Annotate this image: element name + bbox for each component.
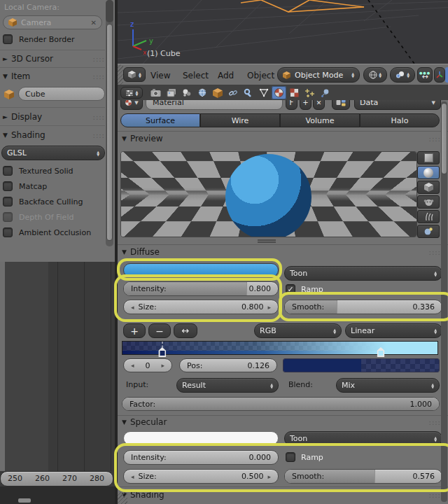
panel-resize-handle[interactable] [258, 239, 276, 243]
specular-shader-dropdown[interactable]: Toon [284, 431, 442, 446]
panel-header-specular[interactable]: ▼ Specular [122, 417, 441, 427]
ramp-input-dropdown[interactable]: Result [176, 378, 279, 393]
diffuse-smooth-slider[interactable]: Smooth: 0.336 [284, 300, 442, 314]
tab-modifiers[interactable] [241, 86, 255, 99]
scrollbar-thumb[interactable] [106, 24, 113, 241]
scrollbar-thumb[interactable] [441, 103, 447, 174]
grip-icon[interactable] [429, 491, 441, 499]
glsl-dropdown[interactable]: GLSL [1, 146, 105, 160]
ramp-color-mode-dropdown[interactable]: RGB [254, 323, 342, 338]
ramp-flip-button[interactable]: ↔ [174, 323, 197, 338]
ramp-stop-handle[interactable] [158, 347, 166, 357]
ramp-add-button[interactable]: + [123, 323, 146, 338]
decrement-arrow-icon[interactable]: ◂ [131, 304, 134, 311]
tab-world[interactable] [195, 86, 209, 99]
grip-icon[interactable] [93, 113, 105, 121]
grip-icon[interactable] [93, 132, 105, 139]
manipulator-button[interactable] [434, 67, 445, 83]
pivot-point-dropdown[interactable] [390, 67, 415, 83]
translate-toggle-button[interactable] [445, 67, 448, 83]
diffuse-shader-dropdown[interactable]: Toon [284, 266, 442, 281]
panel-header-item[interactable]: ▼ Item [3, 71, 105, 81]
tab-material[interactable] [272, 86, 286, 99]
panel-header-diffuse[interactable]: ▼ Diffuse [122, 247, 441, 257]
panel-header-preview[interactable]: ▼ Preview [122, 134, 441, 144]
checkbox-row[interactable]: Depth Of Field [3, 212, 74, 222]
specular-smooth-slider[interactable]: Smooth: 0.576 [284, 469, 442, 484]
diffuse-size-field[interactable]: ◂ Size: 0.800 ▸ [123, 300, 279, 314]
diffuse-intensity-slider[interactable]: Intensity: 0.800 [123, 281, 279, 296]
render-border-row[interactable]: Render Border [3, 34, 75, 44]
checkbox-row[interactable]: Ambient Occlusion [3, 227, 91, 237]
timeline-scrollbar[interactable]: 250 260 270 280 [0, 471, 113, 486]
checkbox-row[interactable]: Matcap [3, 181, 47, 191]
tab-halo[interactable]: Halo [360, 113, 440, 127]
grip-icon[interactable] [93, 73, 105, 80]
increment-arrow-icon[interactable]: ▸ [161, 362, 164, 369]
tab-volume[interactable]: Volume [280, 113, 360, 127]
ramp-interpolation-dropdown[interactable]: Linear [345, 323, 442, 338]
ramp-stop-handle[interactable] [377, 347, 385, 357]
specular-ramp-row[interactable]: Ramp [286, 452, 323, 462]
object-name-field[interactable]: Cube [18, 87, 105, 101]
tab-wire[interactable]: Wire [200, 113, 280, 127]
decrement-arrow-icon[interactable]: ◂ [131, 473, 134, 480]
tab-surface[interactable]: Surface [120, 113, 200, 127]
viewport-3d[interactable]: z y x (1) Cube [118, 0, 448, 64]
ramp-position-field[interactable]: Pos: 0.126 [179, 358, 277, 372]
new-material-button[interactable]: + [300, 100, 312, 110]
fake-user-button[interactable]: F [286, 100, 298, 110]
grip-icon[interactable] [93, 55, 105, 63]
ramp-factor-slider[interactable]: Factor: 1.000 [122, 397, 440, 411]
tab-texture[interactable] [287, 86, 302, 99]
corner-drag-handle[interactable] [118, 64, 123, 85]
preview-type-hair-button[interactable] [417, 210, 440, 223]
textured-solid-checkbox[interactable] [3, 166, 13, 176]
grip-icon[interactable] [429, 248, 441, 256]
data-dropdown[interactable]: Data ▼ [354, 100, 441, 110]
depth-of-field-checkbox[interactable] [3, 212, 13, 222]
tab-object-data[interactable] [256, 86, 271, 99]
preview-type-monkey-button[interactable] [417, 195, 440, 209]
checkbox-row[interactable]: Backface Culling [3, 197, 83, 206]
matcap-checkbox[interactable] [3, 181, 13, 191]
ramp-index-stepper[interactable]: ◂ 0 ▸ [123, 358, 172, 372]
tab-physics[interactable] [318, 86, 332, 99]
ramp-stop-color-swatch[interactable] [283, 358, 440, 372]
ramp-delete-button[interactable]: − [148, 323, 171, 338]
grip-icon[interactable] [429, 419, 441, 426]
camera-field[interactable]: Camera ✕ [3, 15, 102, 29]
unlink-material-button[interactable]: ✕ [313, 100, 325, 110]
ambient-occlusion-checkbox[interactable] [3, 227, 13, 237]
material-name-field[interactable]: Material [146, 100, 283, 110]
checkbox-row[interactable]: Textured Solid [3, 166, 74, 176]
menu-object[interactable]: Object [247, 71, 274, 80]
diffuse-ramp-row[interactable]: Ramp [286, 284, 323, 294]
tab-constraints[interactable] [225, 86, 240, 99]
snap-button[interactable]: ●●● ↔ [417, 67, 433, 83]
panel-header-shading[interactable]: ▼ Shading [122, 490, 441, 500]
menu-select[interactable]: Select [183, 71, 209, 80]
render-border-checkbox[interactable] [3, 34, 13, 44]
decrement-arrow-icon[interactable]: ◂ [131, 362, 134, 369]
tab-scene[interactable] [179, 86, 194, 99]
grip-icon[interactable] [429, 135, 441, 143]
specular-color-swatch[interactable] [123, 431, 279, 445]
nodes-button[interactable] [332, 100, 350, 110]
material-browse-button[interactable]: ▼ [120, 100, 143, 110]
mode-dropdown[interactable]: Object Mode [277, 67, 360, 83]
tab-particles[interactable] [302, 86, 317, 99]
preview-type-world-button[interactable] [417, 225, 440, 238]
editor-type-button[interactable] [123, 67, 146, 82]
specular-ramp-checkbox[interactable] [286, 452, 295, 462]
color-ramp-gradient[interactable] [122, 341, 438, 355]
increment-arrow-icon[interactable]: ▸ [267, 473, 271, 480]
ramp-blend-dropdown[interactable]: Mix [336, 378, 440, 393]
backface-culling-checkbox[interactable] [3, 197, 13, 206]
preview-type-flat-button[interactable] [417, 151, 440, 164]
tab-render[interactable] [148, 86, 163, 99]
specular-intensity-slider[interactable]: Intensity: 0.000 [123, 450, 279, 465]
panel-header-shading[interactable]: ▼ Shading [3, 130, 105, 140]
specular-size-field[interactable]: ◂ Size: 0.500 ▸ [123, 469, 279, 484]
tab-object[interactable] [210, 86, 225, 99]
